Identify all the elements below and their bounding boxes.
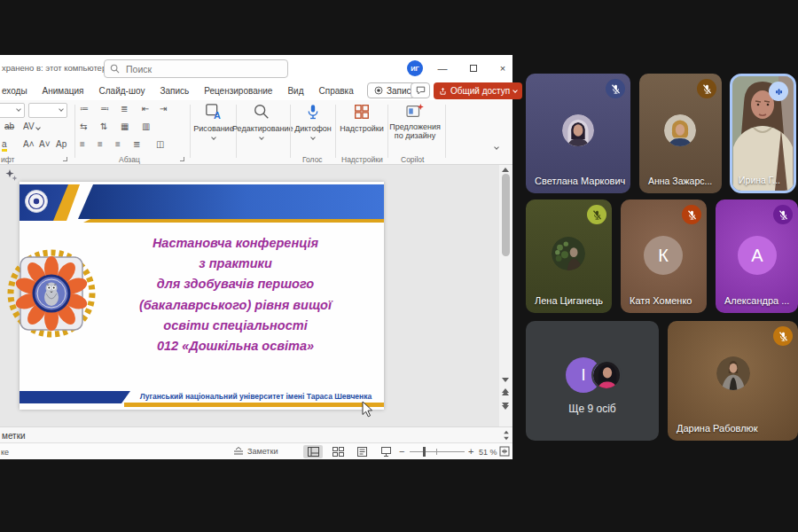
participant-name: Ирина Г... [739, 175, 780, 185]
previous-slide-button[interactable] [502, 388, 509, 395]
fit-to-window-icon[interactable] [499, 446, 510, 457]
overflow-photo-avatar [591, 360, 622, 390]
share-button[interactable]: Общий доступ [434, 82, 522, 99]
close-icon: × [500, 63, 505, 74]
tab-view[interactable]: Вид [287, 86, 303, 96]
tab-animation[interactable]: Анимация [43, 86, 84, 96]
notes-scroll-up-icon[interactable] [504, 431, 509, 434]
indent-decrease-button[interactable]: ⇤ [142, 104, 149, 113]
tab-help[interactable]: Справка [319, 86, 354, 96]
indent-increase-button[interactable]: ⇥ [160, 104, 167, 113]
participant-tile-daryna[interactable]: Дарина Рабовлюк [668, 321, 798, 441]
tab-transitions[interactable]: еходы [2, 86, 27, 96]
align-text-button[interactable]: ◫ [156, 139, 164, 149]
scroll-up-icon[interactable] [502, 168, 509, 172]
slideshow-view-button[interactable] [376, 445, 395, 458]
font-size-dropdown[interactable] [28, 103, 67, 118]
slide-banner-gold-underline [83, 219, 384, 223]
slide-sorter-view-button[interactable] [328, 445, 348, 458]
mic-muted-badge [606, 79, 625, 98]
participant-name: Лена Циганець [535, 295, 603, 306]
tab-record[interactable]: Запись [160, 86, 189, 96]
mic-muted-badge [773, 205, 793, 224]
close-button[interactable]: × [489, 55, 517, 81]
comments-button[interactable] [411, 82, 430, 98]
font-name-dropdown[interactable] [0, 103, 25, 118]
participant-tile-lena[interactable]: Лена Циганець [526, 200, 612, 313]
restore-button[interactable] [459, 55, 488, 81]
search-box[interactable] [104, 59, 288, 78]
bullets-button[interactable]: ≔ [80, 104, 89, 113]
designer-button[interactable]: Предложенияпо дизайну [387, 103, 443, 141]
addins-button[interactable]: Надстройки [337, 103, 387, 133]
slide-canvas[interactable]: Настановча конференція з практики для зд… [20, 182, 384, 410]
notes-scroll-down-icon[interactable] [504, 437, 509, 441]
title-bar: хранено в: этот компьютер ИГ — × [0, 55, 512, 82]
participant-avatar [552, 237, 585, 270]
strikethrough-button[interactable]: ab [4, 121, 14, 131]
columns-button[interactable]: ▦ [121, 121, 129, 131]
align-left-button[interactable]: ≡ [80, 139, 85, 149]
tab-review[interactable]: Рецензирование [204, 86, 272, 96]
indent-left-button[interactable]: ⇆ [80, 121, 87, 131]
zoom-level[interactable]: 51 % [479, 448, 497, 457]
autosave-status[interactable]: хранено в: этот компьютер [2, 63, 113, 73]
scrollbar-thumb[interactable] [502, 174, 510, 256]
find-icon [253, 103, 270, 121]
ribbon: ab AV a А˄ А˅ Ар ифт ≔ ≕ ≣ ⇤ ⇥ ⇆ ⇅ ▦ ▥ ≡… [0, 100, 512, 165]
minimize-button[interactable]: — [428, 55, 457, 81]
zoom-slider-track[interactable] [410, 451, 465, 452]
participant-tile-aleksandra[interactable]: А Александра ... [716, 200, 798, 313]
align-center-button[interactable]: ≡ [98, 139, 103, 149]
participant-tile-svetlana[interactable]: Светлана Маркович [526, 74, 630, 193]
tab-slideshow[interactable]: Слайд-шоу [99, 86, 145, 96]
shrink-font-button[interactable]: А˅ [39, 139, 51, 149]
status-bar: ке Заметки − + 51 % [0, 442, 512, 459]
text-direction-button[interactable]: ▥ [142, 121, 150, 131]
notes-toggle-button[interactable]: Заметки [233, 447, 278, 456]
multilevel-list-button[interactable]: ≣ [121, 104, 128, 113]
paragraph-group-label: Абзац [119, 155, 140, 164]
search-input[interactable] [124, 63, 266, 75]
scroll-down-icon[interactable] [502, 378, 509, 382]
mic-muted-badge [587, 205, 606, 224]
overflow-participants-tile[interactable]: І Ще 9 осіб [526, 321, 659, 441]
ribbon-tab-bar: еходы Анимация Слайд-шоу Запись Рецензир… [0, 82, 512, 100]
user-avatar[interactable]: ИГ [407, 60, 423, 76]
notes-panel-label: метки [2, 431, 26, 441]
next-slide-button[interactable] [502, 403, 509, 410]
grow-font-button[interactable]: А˄ [23, 139, 35, 149]
draw-button[interactable]: A Рисование [192, 103, 236, 139]
search-icon [110, 64, 120, 74]
addins-icon [353, 103, 371, 121]
slide-editor-area: Настановча конференція з практики для зд… [0, 165, 512, 426]
participant-tile-anna[interactable]: Анна Зажарс... [639, 74, 722, 193]
paragraph-dialog-launcher[interactable] [180, 157, 184, 161]
clear-format-button[interactable]: Ар [56, 139, 66, 149]
font-dialog-launcher[interactable] [63, 157, 67, 161]
justify-button[interactable]: ≣ [133, 139, 140, 149]
designer-icon [405, 103, 425, 119]
status-language[interactable]: ке [1, 448, 9, 457]
normal-view-button[interactable] [303, 445, 323, 458]
reading-view-button[interactable] [352, 445, 372, 458]
collapse-ribbon-icon[interactable] [494, 145, 499, 150]
line-spacing-button[interactable]: ⇅ [100, 121, 107, 131]
char-spacing-button[interactable]: AV [23, 121, 40, 131]
notes-panel-header[interactable]: метки [0, 426, 512, 442]
zoom-out-button[interactable]: − [399, 446, 404, 457]
zoom-slider-thumb[interactable] [423, 447, 426, 457]
highlight-button[interactable]: a [2, 139, 7, 152]
participant-tile-katya[interactable]: К Катя Хоменко [621, 200, 707, 313]
zoom-in-button[interactable]: + [468, 446, 473, 457]
participant-tile-irina-speaking[interactable]: Ирина Г... [730, 74, 796, 193]
editing-button[interactable]: Редактирование [232, 103, 291, 139]
align-right-button[interactable]: ≡ [115, 139, 121, 149]
designer-sparkle-icon[interactable] [4, 168, 19, 183]
vertical-scrollbar[interactable] [499, 165, 512, 426]
participant-name: Дарина Рабовлюк [677, 423, 758, 434]
voice-group-label: Голос [302, 155, 323, 164]
zoom-slider-tick [436, 449, 437, 455]
dictate-button[interactable]: Диктофон [292, 103, 334, 139]
numbering-button[interactable]: ≕ [100, 104, 109, 113]
